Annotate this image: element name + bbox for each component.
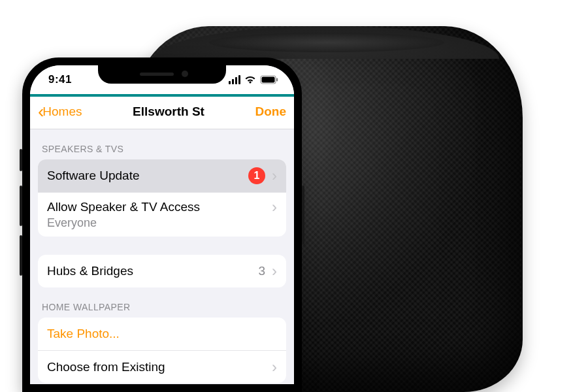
phone-side-button bbox=[20, 235, 22, 276]
battery-icon bbox=[260, 75, 278, 84]
section-header-wallpaper: HOME WALLPAPER bbox=[30, 287, 294, 318]
row-speaker-access[interactable]: Allow Speaker & TV Access › Everyone bbox=[38, 192, 286, 237]
group-wallpaper: Take Photo... Choose from Existing › bbox=[38, 318, 286, 383]
svg-rect-2 bbox=[276, 78, 278, 82]
back-button[interactable]: ‹ Homes bbox=[38, 103, 82, 121]
svg-rect-1 bbox=[262, 77, 275, 83]
wifi-icon bbox=[244, 75, 256, 84]
row-take-photo[interactable]: Take Photo... bbox=[38, 318, 286, 350]
phone-side-button bbox=[20, 149, 22, 171]
page-title: Ellsworth St bbox=[133, 105, 204, 119]
phone-notch bbox=[98, 65, 226, 84]
row-software-update[interactable]: Software Update 1 › bbox=[38, 159, 286, 192]
group-hubs: Hubs & Bridges 3 › bbox=[38, 255, 286, 287]
nav-bar: ‹ Homes Ellsworth St Done bbox=[30, 97, 294, 129]
settings-content: SPEAKERS & TVS Software Update 1 › Allow… bbox=[30, 129, 294, 383]
status-time: 9:41 bbox=[48, 73, 72, 86]
status-icons bbox=[229, 75, 278, 84]
phone-side-button bbox=[302, 186, 304, 244]
phone-side-button bbox=[20, 186, 22, 226]
chevron-right-icon: › bbox=[272, 359, 277, 375]
row-count: 3 bbox=[258, 264, 265, 278]
phone-frame: 9:41 ‹ Homes Ellsworth St Done SPEAKERS … bbox=[22, 57, 302, 392]
row-subvalue: Everyone bbox=[47, 216, 97, 230]
phone-screen: 9:41 ‹ Homes Ellsworth St Done SPEAKERS … bbox=[30, 65, 294, 384]
row-label: Software Update bbox=[47, 169, 248, 183]
row-hubs-bridges[interactable]: Hubs & Bridges 3 › bbox=[38, 255, 286, 287]
back-label: Homes bbox=[42, 105, 82, 119]
row-label: Hubs & Bridges bbox=[47, 264, 258, 278]
cellular-icon bbox=[229, 75, 240, 84]
chevron-right-icon: › bbox=[272, 263, 277, 279]
group-speakers: Software Update 1 › Allow Speaker & TV A… bbox=[38, 159, 286, 237]
row-label: Choose from Existing bbox=[47, 360, 272, 374]
row-choose-existing[interactable]: Choose from Existing › bbox=[38, 350, 286, 383]
chevron-right-icon: › bbox=[272, 168, 277, 184]
row-label: Take Photo... bbox=[47, 327, 277, 341]
done-button[interactable]: Done bbox=[255, 105, 287, 119]
chevron-right-icon: › bbox=[272, 199, 277, 215]
update-badge: 1 bbox=[248, 167, 265, 184]
row-label: Allow Speaker & TV Access bbox=[47, 200, 272, 214]
section-header-speakers: SPEAKERS & TVS bbox=[30, 129, 294, 159]
